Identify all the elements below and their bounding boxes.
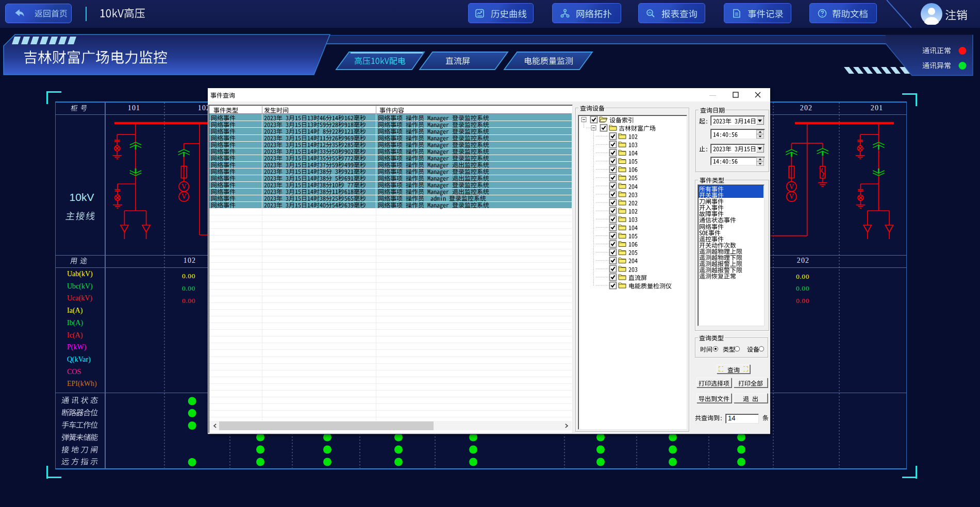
svg-text:V: V [181, 193, 187, 200]
svg-text:V: V [789, 183, 794, 191]
svg-text:V: V [789, 193, 794, 200]
svg-text:V: V [181, 183, 187, 191]
